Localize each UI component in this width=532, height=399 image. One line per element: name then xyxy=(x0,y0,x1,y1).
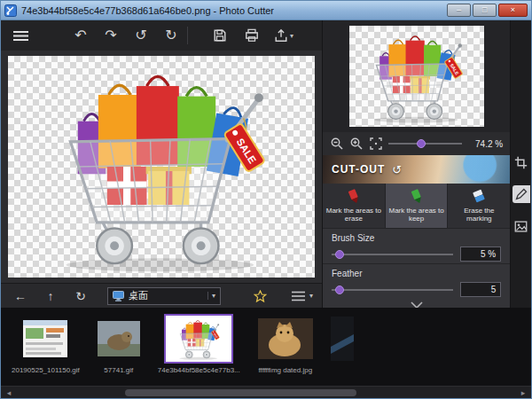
maximize-button[interactable]: □ xyxy=(473,4,497,17)
minimize-button[interactable]: – xyxy=(447,4,471,17)
thumbnail-item-selected[interactable]: 74e3b44bf58e5c4e77b3... xyxy=(158,314,240,374)
thumbnail-cart-image xyxy=(174,317,223,361)
image-preview xyxy=(349,26,484,127)
brush-size-slider[interactable] xyxy=(332,248,453,261)
scrollbar-track[interactable] xyxy=(14,389,518,396)
print-icon xyxy=(245,28,259,43)
view-options-button[interactable]: ▾ xyxy=(292,285,313,308)
preview-cart-image xyxy=(364,27,469,125)
pen-icon xyxy=(514,188,528,201)
nav-back-button[interactable]: ← xyxy=(10,285,31,308)
tool-mark-keep[interactable]: Mark the areas to keep xyxy=(386,184,449,228)
thumbnail-label: 74e3b44bf58e5c4e77b3... xyxy=(158,366,240,374)
undo-button[interactable]: ↶ xyxy=(70,24,91,47)
thumbnail-item[interactable]: ffffffimg dated.jpg xyxy=(258,314,313,374)
scroll-right-button[interactable]: ▸ xyxy=(518,388,528,397)
red-marker-icon xyxy=(346,189,362,204)
feather-value[interactable]: 5 xyxy=(460,282,501,297)
desktop-icon xyxy=(113,291,124,301)
save-button[interactable] xyxy=(209,24,231,47)
thumbnail-item[interactable]: 20190525_101150.gif xyxy=(12,314,80,374)
view-dropdown-icon: ▾ xyxy=(309,292,313,300)
tool-label: Mark the areas to keep xyxy=(388,207,445,223)
tool-erase-marking[interactable]: Erase the marking xyxy=(448,184,510,228)
cutout-section-header: CUT-OUT ↺ xyxy=(323,155,510,184)
thumbnail-label: 20190525_101150.gif xyxy=(12,366,80,374)
favorites-button[interactable] xyxy=(249,285,270,308)
save-icon xyxy=(213,28,227,43)
hamburger-icon xyxy=(13,30,28,42)
app-icon xyxy=(4,4,17,17)
thumbnail-strip: 20190525_101150.gif 57741.gif 74e3b4 xyxy=(1,308,531,386)
edit-canvas[interactable] xyxy=(8,56,315,278)
cutout-reset-button[interactable]: ↺ xyxy=(392,163,402,176)
tool-mark-erase[interactable]: Mark the areas to erase xyxy=(323,184,386,228)
zoom-out-button[interactable] xyxy=(330,132,344,155)
side-tool-strip xyxy=(510,20,531,308)
undo-icon: ↶ xyxy=(74,28,86,43)
feather-slider-track[interactable] xyxy=(332,289,453,291)
toolbar-divider xyxy=(187,27,188,44)
scrollbar-thumb[interactable] xyxy=(125,389,356,396)
rotate-left-icon: ↺ xyxy=(135,28,146,43)
thumbnail-item[interactable] xyxy=(331,314,354,366)
zoom-in-icon xyxy=(350,137,363,150)
file-browser-toolbar: ← ↑ ↻ 桌面 ▾ xyxy=(1,283,322,308)
image-icon xyxy=(514,220,528,233)
brush-size-label: Brush Size xyxy=(332,233,501,243)
preview-area xyxy=(323,20,510,132)
brush-size-value[interactable]: 5 % xyxy=(460,246,501,262)
up-icon: ↑ xyxy=(48,290,54,302)
zoom-slider[interactable] xyxy=(388,137,462,150)
zoom-controls: 74.2 % xyxy=(323,132,510,155)
close-button[interactable]: × xyxy=(498,4,528,17)
feather-slider-handle[interactable] xyxy=(335,286,344,294)
scroll-left-button[interactable]: ◂ xyxy=(4,388,14,397)
refresh-icon: ↻ xyxy=(75,290,86,302)
menu-button[interactable] xyxy=(10,24,31,47)
horizontal-scrollbar: ◂ ▸ xyxy=(1,386,531,398)
right-panel: 74.2 % CUT-OUT ↺ Mark the areas to erase xyxy=(322,20,510,308)
image-tool-button[interactable] xyxy=(512,217,530,235)
rotate-right-button[interactable]: ↻ xyxy=(160,24,182,47)
redo-button[interactable]: ↷ xyxy=(100,24,121,47)
main-toolbar: ↶ ↷ ↺ ↻ xyxy=(1,20,322,51)
brush-size-slider-track[interactable] xyxy=(332,254,453,255)
tool-label: Erase the marking xyxy=(450,207,507,223)
list-view-icon xyxy=(292,291,305,301)
cutout-tool-tabs: Mark the areas to erase Mark the areas t… xyxy=(323,184,510,228)
fit-to-screen-button[interactable] xyxy=(369,132,383,155)
location-dropdown[interactable]: 桌面 ▾ xyxy=(107,287,221,305)
feather-slider[interactable] xyxy=(332,284,453,296)
redo-icon: ↷ xyxy=(105,28,116,43)
tool-label: Mark the areas to erase xyxy=(325,207,382,223)
rotate-right-icon: ↻ xyxy=(165,28,176,43)
export-button[interactable]: ▾ xyxy=(273,24,294,47)
cutout-tool-button[interactable] xyxy=(512,185,530,203)
shopping-cart-image xyxy=(43,57,279,277)
fit-screen-icon xyxy=(370,137,382,150)
thumbnail-label: ffffffimg dated.jpg xyxy=(258,366,312,374)
titlebar: 74e3b44bf58e5c4e77b368d61a646be0.png - P… xyxy=(1,1,531,20)
canvas-area xyxy=(1,51,322,283)
eraser-icon xyxy=(471,189,487,204)
nav-up-button[interactable]: ↑ xyxy=(40,285,61,308)
zoom-value: 74.2 % xyxy=(467,139,503,149)
zoom-slider-handle[interactable] xyxy=(417,139,426,148)
thumbnail-cat-image xyxy=(258,318,313,359)
feather-label: Feather xyxy=(332,269,501,278)
main-content: ↶ ↷ ↺ ↻ xyxy=(1,20,531,308)
export-dropdown-icon: ▾ xyxy=(290,32,293,40)
crop-icon xyxy=(514,156,528,169)
brush-size-slider-handle[interactable] xyxy=(335,250,344,259)
thumbnail-item[interactable]: 57741.gif xyxy=(98,314,140,374)
crop-tool-button[interactable] xyxy=(512,153,530,171)
refresh-button[interactable]: ↻ xyxy=(70,285,91,308)
cutout-title: CUT-OUT xyxy=(332,163,385,176)
thumbnail-label: 57741.gif xyxy=(104,366,133,374)
green-marker-icon xyxy=(409,189,425,204)
zoom-in-button[interactable] xyxy=(349,132,364,155)
print-button[interactable] xyxy=(241,24,262,47)
rotate-left-button[interactable]: ↺ xyxy=(130,24,152,47)
feather-section: Feather 5 xyxy=(323,263,510,299)
